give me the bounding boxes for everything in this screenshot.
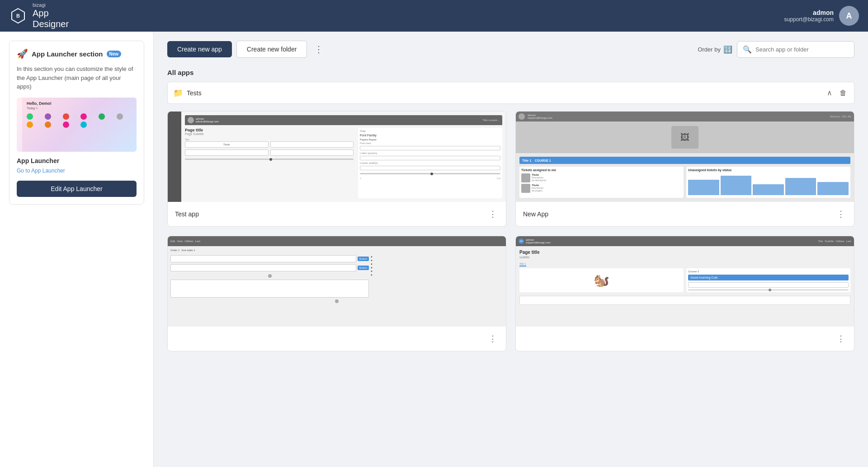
app-card-3[interactable]: Edit View Utilities Last Order 1 Sub tab… (167, 236, 506, 351)
edit-app-launcher-button[interactable]: Edit App Launcher (17, 181, 137, 197)
sidebar: 🚀 App Launcher section New In this secti… (0, 32, 154, 467)
go-to-app-launcher-link[interactable]: Go to App Launcher (17, 168, 65, 174)
user-email: support@bizagi.com (784, 16, 834, 23)
content-area: Create new app Create new folder ⋮ Order… (154, 32, 868, 467)
order-by-section: Order by 🔢 (698, 45, 732, 54)
user-info: admon support@bizagi.com (784, 9, 834, 23)
preview-icon-10 (80, 121, 87, 128)
order-by-label: Order by (698, 46, 721, 53)
search-input[interactable] (755, 46, 849, 53)
sidebar-section-title: App Launcher section (32, 50, 103, 58)
main-layout: 🚀 App Launcher section New In this secti… (0, 32, 868, 467)
app-card-preview-4: AD admonsupport@bizagi.com TitleSubtitle… (516, 236, 854, 327)
more-options-button[interactable]: ⋮ (311, 41, 326, 57)
toolbar: Create new app Create new folder ⋮ Order… (167, 41, 854, 58)
svg-text:B: B (16, 13, 20, 19)
create-new-folder-button[interactable]: Create new folder (236, 41, 307, 58)
app-title: App Designer (33, 8, 69, 29)
sidebar-description: In this section you can customize the st… (17, 65, 137, 91)
app-card-preview-3: Edit View Utilities Last Order 1 Sub tab… (168, 236, 506, 327)
preview-subtitle: Today > (27, 107, 133, 110)
preview-icon-4 (80, 113, 87, 120)
preview-icon-3 (63, 113, 69, 120)
folder-delete-button[interactable]: 🗑 (838, 87, 849, 99)
app-card-name-1: Test app (175, 210, 199, 218)
folder-row[interactable]: 📁 Tests ∧ 🗑 (167, 82, 854, 104)
app-card-menu-button-3[interactable]: ⋮ (487, 332, 499, 346)
app-card-preview-1: admonadmin@bizagi.com Title content... P… (168, 112, 506, 202)
app-card-menu-button-4[interactable]: ⋮ (835, 332, 847, 346)
new-badge: New (107, 51, 122, 57)
preview-icon-5 (99, 113, 105, 120)
preview-icon-2 (45, 113, 51, 120)
app-card-name-2: New App (523, 210, 548, 218)
app-launcher-preview: Hello, Demo! Today > (17, 98, 137, 152)
folder-icon: 📁 (173, 88, 183, 98)
avatar[interactable]: A (839, 6, 859, 26)
search-box[interactable]: 🔍 (737, 41, 854, 58)
preview-icon-6 (117, 113, 123, 120)
app-header: B bizagi App Designer admon support@biza… (0, 0, 868, 32)
app-launcher-name: App Launcher (17, 157, 137, 164)
rocket-icon: 🚀 (17, 48, 28, 59)
preview-hello: Hello, Demo! (27, 101, 133, 106)
search-icon: 🔍 (743, 45, 752, 54)
header-left: B bizagi App Designer (9, 2, 69, 29)
app-card-footer-2: New App ⋮ (516, 202, 854, 226)
sidebar-card: 🚀 App Launcher section New In this secti… (9, 41, 144, 205)
sidebar-card-header: 🚀 App Launcher section New (17, 48, 137, 59)
app-card-preview-2: admonsupport@bizagi.com Workout DEI JIN … (516, 112, 854, 202)
app-card-1[interactable]: admonadmin@bizagi.com Title content... P… (167, 111, 506, 227)
preview-icon-9 (63, 121, 69, 128)
brand-title: bizagi App Designer (33, 2, 69, 29)
username-label: admon (784, 9, 834, 16)
header-right: admon support@bizagi.com A (784, 6, 859, 26)
folder-row-left: 📁 Tests (173, 88, 825, 98)
create-new-app-button[interactable]: Create new app (167, 41, 232, 57)
app-card-footer-3: ⋮ (168, 327, 506, 351)
app-card-menu-button-2[interactable]: ⋮ (835, 207, 847, 221)
app-card-menu-button-1[interactable]: ⋮ (487, 207, 499, 221)
logo-icon[interactable]: B (9, 7, 27, 25)
folder-actions: ∧ 🗑 (825, 87, 849, 99)
app-card-4[interactable]: AD admonsupport@bizagi.com TitleSubtitle… (515, 236, 854, 351)
preview-icon-8 (45, 121, 51, 128)
all-apps-heading: All apps (167, 69, 854, 76)
folder-collapse-button[interactable]: ∧ (825, 87, 834, 99)
app-card-footer-4: ⋮ (516, 327, 854, 351)
preview-icon-1 (27, 113, 33, 120)
app-card-footer-1: Test app ⋮ (168, 202, 506, 226)
preview-icon-7 (27, 121, 33, 128)
preview-sidebar (17, 98, 22, 152)
sort-icon[interactable]: 🔢 (723, 45, 732, 54)
brand-name: bizagi (33, 2, 69, 8)
preview-icons-grid (27, 113, 133, 128)
app-card-2[interactable]: admonsupport@bizagi.com Workout DEI JIN … (515, 111, 854, 227)
folder-name: Tests (187, 89, 202, 97)
apps-grid: admonadmin@bizagi.com Title content... P… (167, 111, 854, 351)
